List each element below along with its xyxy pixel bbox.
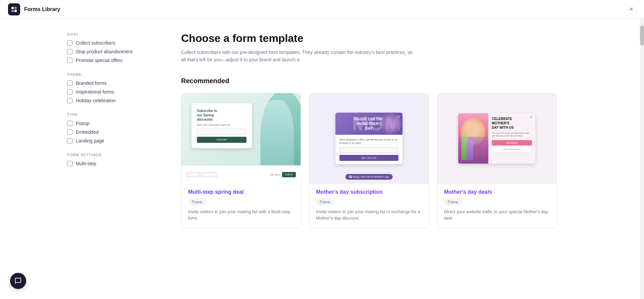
filter-holiday-celebration[interactable]: Holiday celebration — [67, 98, 148, 103]
filter-collect-subscribers[interactable]: Collect subscribers — [67, 40, 148, 46]
type-section-title: TYPE: — [67, 113, 148, 117]
spring-agree-label: I agree — [274, 174, 280, 176]
deals-close: ✕ — [530, 115, 533, 119]
label-popup: Popup — [76, 121, 89, 126]
theme-filter-section: THEME: Branded forms Inspirational forms… — [67, 72, 148, 103]
spring-submit-2: Submit — [282, 172, 296, 177]
checkbox-multi-step[interactable] — [67, 161, 72, 166]
mothers-sub-popup: MOM ✕ ENJOY 15% OFFON MOTHER'SDAY We're … — [335, 113, 402, 164]
filter-landing-page[interactable]: Landing page — [67, 138, 148, 143]
label-branded-forms: Branded forms — [76, 80, 107, 86]
card-badge-3: Popup — [444, 198, 462, 205]
label-collect-subscribers: Collect subscribers — [76, 40, 115, 46]
header-left: Forms Library — [8, 3, 60, 15]
scrollbar-track[interactable] — [640, 19, 644, 299]
filter-multi-step[interactable]: Multi-step — [67, 161, 148, 166]
settings-section-title: FORM SETTINGS: — [67, 153, 148, 157]
header-title: Forms Library — [24, 6, 60, 12]
checkbox-branded-forms[interactable] — [67, 80, 72, 86]
spring-select-1: ▾ — [186, 172, 200, 177]
filter-embedded[interactable]: Embedded — [67, 129, 148, 135]
svg-rect-0 — [11, 7, 14, 9]
card-multi-step-spring[interactable]: Subscribe toour Springdiscounts Store yo… — [181, 93, 301, 229]
mothers-sub-desc: We're delighted to offer a special disco… — [339, 138, 398, 145]
spring-submit-btn: Subscribe — [197, 137, 247, 143]
label-multi-step: Multi-step — [76, 161, 96, 166]
checkbox-landing-page[interactable] — [67, 138, 72, 143]
mothers-sub-close: ✕ — [397, 115, 400, 118]
filter-inspirational-forms[interactable]: Inspirational forms — [67, 89, 148, 95]
card-mothers-deals[interactable]: ✕ CELEBRATEMOTHER'SDAY WITH US This year… — [437, 93, 557, 229]
svg-rect-1 — [14, 7, 17, 9]
card-desc-2: Invite visitors to join your mailing lis… — [316, 208, 422, 222]
label-inspirational-forms: Inspirational forms — [76, 89, 114, 95]
mothers-sub-container: MOM ✕ ENJOY 15% OFFON MOTHER'SDAY We're … — [335, 93, 402, 184]
mothers-deals-container: ✕ CELEBRATEMOTHER'SDAY WITH US This year… — [458, 93, 535, 184]
mothers-deals-image — [458, 113, 488, 164]
goal-section-title: GOAL: — [67, 32, 148, 36]
cards-grid: Subscribe toour Springdiscounts Store yo… — [181, 93, 557, 229]
deals-title: CELEBRATEMOTHER'SDAY WITH US — [492, 117, 532, 130]
filter-branded-forms[interactable]: Branded forms — [67, 80, 148, 86]
filter-promote-offers[interactable]: Promote special offers — [67, 58, 148, 63]
deals-secondary-btn: NOT INTERESTED — [492, 147, 532, 152]
card-badge-1: Popup — [188, 198, 206, 205]
recommended-section-title: Recommended — [181, 77, 564, 85]
scrollbar-thumb[interactable] — [640, 25, 644, 46]
card-desc-1: Invite visitors to join your mailing lis… — [188, 208, 294, 222]
theme-section-title: THEME: — [67, 72, 148, 76]
mothers-bottom-badge: 🌸 Enjoy 15% off for Mother's day — [345, 174, 393, 180]
spring-form-title: Subscribe toour Springdiscounts — [197, 109, 247, 122]
spring-step-row: ▾ ▾ — [186, 172, 268, 177]
goal-filter-section: GOAL: Collect subscribers Stop product a… — [67, 32, 148, 63]
mothers-deals-content-panel: ✕ CELEBRATEMOTHER'SDAY WITH US This year… — [488, 113, 535, 164]
checkbox-promote-offers[interactable] — [67, 58, 72, 63]
type-filter-section: TYPE: Popup Embedded Landing page — [67, 113, 148, 143]
card-title-2: Mother's day subscription — [316, 189, 422, 195]
spring-email-input — [197, 129, 247, 135]
checkbox-embedded[interactable] — [67, 129, 72, 135]
card-badge-2: Popup — [316, 198, 334, 205]
close-button[interactable]: × — [627, 4, 636, 14]
deals-primary-btn: SEE DEALS — [492, 140, 532, 145]
label-landing-page: Landing page — [76, 138, 104, 143]
spring-form-container: Subscribe toour Springdiscounts Store yo… — [192, 103, 252, 148]
filter-stop-abandonment[interactable]: Stop product abandonment — [67, 49, 148, 54]
label-holiday-celebration: Holiday celebration — [76, 98, 116, 103]
mothers-sub-header: MOM ✕ ENJOY 15% OFFON MOTHER'SDAY — [335, 113, 402, 135]
svg-rect-3 — [14, 10, 17, 12]
chat-fab-button[interactable] — [10, 273, 26, 289]
settings-filter-section: FORM SETTINGS: Multi-step — [67, 153, 148, 166]
checkbox-inspirational-forms[interactable] — [67, 89, 72, 95]
mothers-deals-popup: ✕ CELEBRATEMOTHER'SDAY WITH US This year… — [458, 113, 535, 164]
spring-dropdowns: ▾ ▾ — [186, 172, 217, 177]
mothers-sub-body: We're delighted to offer a special disco… — [335, 135, 402, 164]
filter-popup[interactable]: Popup — [67, 121, 148, 126]
spring-form-sub: Store your email here to get our — [197, 124, 247, 126]
label-promote-offers: Promote special offers — [76, 58, 122, 63]
card-preview-2: MOM ✕ ENJOY 15% OFFON MOTHER'SDAY We're … — [309, 93, 428, 184]
page-subtitle: Collect subscribers with our pre-designe… — [181, 49, 416, 64]
checkbox-popup[interactable] — [67, 121, 72, 126]
svg-rect-2 — [11, 10, 14, 12]
checkbox-stop-abandonment[interactable] — [67, 49, 72, 54]
label-embedded: Embedded — [76, 129, 99, 135]
card-title-1: Multi-step spring deal — [188, 189, 294, 195]
mom-letters-container: MOM — [352, 113, 401, 135]
card-preview-1: Subscribe toour Springdiscounts Store yo… — [181, 93, 301, 184]
spring-bottom-bar: ▾ ▾ I agree Submit — [181, 165, 301, 184]
page-title: Choose a form template — [181, 32, 564, 45]
spring-checkbox-row: I agree — [270, 173, 280, 176]
mothers-sub-btn: GET 15% OFF — [339, 155, 398, 161]
card-desc-3: Direct your website traffic to your spec… — [444, 208, 550, 222]
chat-icon — [14, 277, 22, 285]
spring-form: Subscribe toour Springdiscounts Store yo… — [192, 103, 252, 148]
app-logo — [8, 3, 20, 15]
card-mothers-subscription[interactable]: MOM ✕ ENJOY 15% OFFON MOTHER'SDAY We're … — [309, 93, 429, 229]
card-preview-3: ✕ CELEBRATEMOTHER'SDAY WITH US This year… — [437, 93, 556, 184]
checkbox-collect-subscribers[interactable] — [67, 40, 72, 46]
mothers-sub-email-input — [339, 147, 398, 153]
card-info-2: Mother's day subscription Popup Invite v… — [309, 184, 428, 228]
stem-2 — [467, 140, 473, 160]
checkbox-holiday-celebration[interactable] — [67, 98, 72, 103]
